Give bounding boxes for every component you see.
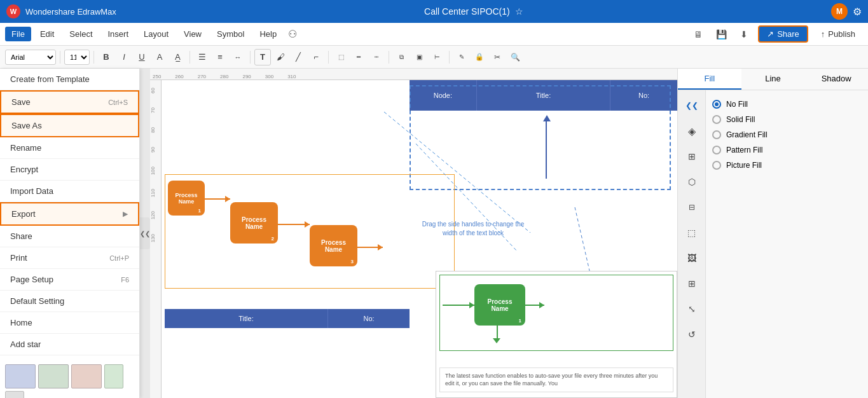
cut-button[interactable]: ✂ [489, 49, 506, 65]
connector-button[interactable]: ⌐ [308, 49, 324, 65]
thumb-2[interactable] [38, 364, 69, 388]
align-center-button[interactable]: ≡ [212, 49, 228, 65]
file-menu-save-as[interactable]: Save As [0, 114, 139, 137]
publish-button[interactable]: ↑ Publish [813, 27, 863, 41]
menu-file[interactable]: File [5, 27, 31, 41]
sipoc-bottom-bar: Title: No: [165, 309, 410, 328]
save-icon[interactable]: 💾 [712, 25, 730, 43]
more-icon[interactable]: ⚇ [288, 28, 297, 40]
share-button[interactable]: ↗ Share [758, 25, 808, 43]
file-menu-import[interactable]: Import Data [0, 181, 139, 202]
file-menu-page-setup[interactable]: Page Setup F6 [0, 269, 139, 291]
menu-edit[interactable]: Edit [34, 27, 60, 41]
star-icon[interactable]: ☆ [515, 6, 523, 17]
panel-expand-icon[interactable]: ⤡ [680, 298, 703, 320]
font-color-bg-button[interactable]: A̲ [169, 49, 186, 65]
document-title: Call Center SIPOC(1) [424, 6, 510, 17]
search-button[interactable]: 🔍 [507, 49, 523, 65]
menu-bar: File Edit Select Insert Layout View Symb… [0, 23, 868, 46]
file-menu-share[interactable]: Share [0, 226, 139, 247]
tab-shadow[interactable]: Shadow [804, 69, 868, 90]
panel-fill-icon[interactable]: ◈ [680, 120, 703, 142]
border-width-button[interactable]: ━ [350, 49, 367, 65]
avatar[interactable]: M [831, 3, 848, 20]
font-size-select[interactable]: 11 [64, 50, 90, 65]
download-icon[interactable]: ⬇ [735, 25, 753, 43]
file-menu-home[interactable]: Home [0, 312, 139, 334]
fill-option-picture[interactable]: Picture Fill [712, 158, 862, 173]
title-bar-center: Call Center SIPOC(1) ☆ [424, 6, 523, 17]
panel-collapse-icon[interactable]: ❮❮ [680, 94, 703, 117]
thumb-1[interactable] [5, 364, 36, 388]
panel-stack-icon[interactable]: ⬚ [680, 221, 703, 244]
file-menu-default-setting[interactable]: Default Setting [0, 291, 139, 312]
process-box-2[interactable]: Process Name 2 [230, 202, 278, 244]
italic-button[interactable]: I [116, 49, 132, 65]
edit-button[interactable]: ✎ [453, 49, 470, 65]
shadow-button[interactable]: ▣ [411, 49, 427, 65]
process-box-4-green[interactable]: Process Name 1 [474, 284, 525, 326]
file-menu-add-star[interactable]: Add star [0, 334, 139, 355]
menu-help[interactable]: Help [253, 27, 283, 41]
monitor-icon[interactable]: 🖥 [689, 25, 707, 43]
menu-select[interactable]: Select [63, 27, 99, 41]
menu-insert[interactable]: Insert [102, 27, 135, 41]
align-button[interactable]: ⊢ [429, 49, 445, 65]
thumb-3[interactable] [71, 364, 102, 388]
line-button[interactable]: ╱ [290, 49, 307, 65]
radio-no-fill [712, 100, 721, 109]
line-style-button[interactable]: ┉ [368, 49, 385, 65]
panel-collapse-button[interactable]: ❮❮ [140, 217, 150, 249]
green-arrow-out [525, 305, 544, 306]
panel-arrange-icon[interactable]: ⊞ [680, 272, 703, 295]
canvas-area[interactable]: ❮❮ 250 260 270 280 290 300 310 60 70 80 … [140, 69, 677, 398]
file-menu-print[interactable]: Print Ctrl+P [0, 247, 139, 269]
fill-option-solid[interactable]: Solid Fill [712, 112, 862, 127]
lock-button[interactable]: 🔒 [471, 49, 488, 65]
publish-label: Publish [828, 29, 855, 39]
fill-option-no-fill[interactable]: No Fill [712, 97, 862, 112]
duplicate-button[interactable]: ⧉ [393, 49, 410, 65]
process-box-1[interactable]: Process Name 1 [168, 181, 205, 216]
arrow-1-2 [205, 198, 230, 200]
panel-history-icon[interactable]: ↺ [680, 323, 703, 346]
menu-layout[interactable]: Layout [137, 27, 175, 41]
thumb-5[interactable] [5, 391, 24, 398]
green-arrow-down [497, 326, 498, 338]
panel-frame-icon[interactable]: ⊟ [680, 196, 703, 219]
file-menu-create-template[interactable]: Create from Template [0, 69, 139, 90]
toolbar-sep-4 [250, 51, 251, 64]
panel-image-icon[interactable]: 🖼 [680, 247, 703, 270]
bold-button[interactable]: B [98, 49, 114, 65]
right-panel-body: ❮❮ ◈ ⊞ ⬡ ⊟ ⬚ 🖼 ⊞ ⤡ ↺ No Fill Solid F [678, 90, 868, 398]
file-menu-save[interactable]: Save Ctrl+S [0, 90, 139, 114]
text-button[interactable]: T [254, 49, 271, 65]
fill-option-gradient[interactable]: Gradient Fill [712, 127, 862, 142]
arrow-3-out [357, 247, 383, 248]
panel-layer-icon[interactable]: ⬡ [680, 170, 703, 193]
canvas-content[interactable]: Node: Title: No: Process Name 1 Process [162, 80, 677, 398]
thumb-4[interactable] [104, 364, 123, 388]
process-box-3[interactable]: Process Name 3 [310, 225, 357, 266]
settings-icon[interactable]: ⚙ [853, 6, 862, 18]
sipoc-no-footer: No: [328, 309, 410, 328]
font-color-button[interactable]: A [151, 49, 168, 65]
tab-fill[interactable]: Fill [678, 69, 741, 90]
menu-symbol[interactable]: Symbol [210, 27, 251, 41]
align-right-button[interactable]: ↔ [230, 49, 246, 65]
green-arrow-in [443, 305, 474, 306]
tab-line[interactable]: Line [741, 69, 805, 90]
align-left-button[interactable]: ☰ [194, 49, 210, 65]
file-menu-rename[interactable]: Rename [0, 137, 139, 159]
file-menu-export[interactable]: Export ▶ [0, 202, 139, 226]
menu-view[interactable]: View [177, 27, 208, 41]
file-menu-encrypt[interactable]: Encrypt [0, 159, 139, 181]
font-family-select[interactable]: Arial [5, 50, 56, 65]
underline-button[interactable]: U [134, 49, 150, 65]
fill-option-pattern[interactable]: Pattern Fill [712, 142, 862, 158]
svg-line-2 [384, 112, 530, 233]
panel-grid-icon[interactable]: ⊞ [680, 145, 703, 168]
paint-button[interactable]: 🖌 [272, 49, 289, 65]
border-style-button[interactable]: ⬚ [333, 49, 349, 65]
radio-pattern [712, 146, 721, 154]
